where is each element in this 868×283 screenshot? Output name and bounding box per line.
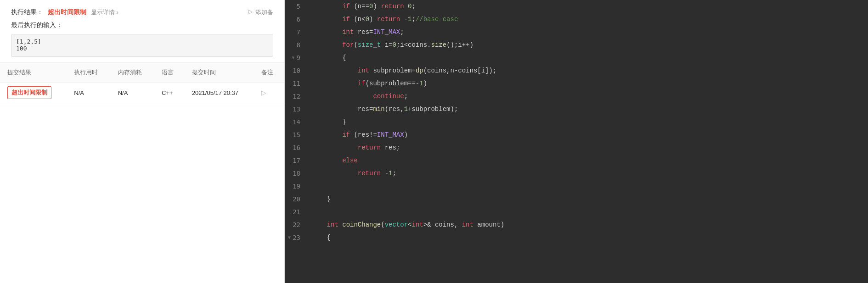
line-num-11: 11 (285, 77, 308, 90)
line-num-15: 15 (285, 128, 308, 141)
line-num-7: 7 (285, 26, 308, 39)
code-editor[interactable]: 5 if (n==0) return 0; 6 if (n<0) return … (285, 0, 868, 283)
code-content-22: int coinChange(vector<int>& coins, int a… (308, 218, 504, 231)
line-num-10: 10 (285, 64, 308, 77)
line-num-17: 17 (285, 154, 308, 167)
line-num-20: 20 (285, 193, 308, 205)
line-num-12: 12 (285, 90, 308, 103)
code-content-5: if (n==0) return 0; (308, 0, 416, 13)
code-content-8: for(size_t i=0;i<coins.size();i++) (308, 39, 473, 51)
code-line-12: 12 continue; (285, 90, 868, 103)
code-line-5: 5 if (n==0) return 0; (285, 0, 868, 13)
code-line-11: 11 if(subproblem==-1) (285, 77, 868, 90)
code-content-16: return res; (308, 141, 400, 154)
code-line-13: 13 res=min(res,1+subproblem); (285, 103, 868, 116)
code-content-20: } (308, 193, 331, 205)
share-icon[interactable]: ▷ (261, 89, 266, 96)
col-header-status: 提交结果 (0, 63, 67, 83)
col-header-lang: 语言 (154, 63, 185, 83)
line-num-21: 21 (285, 205, 308, 218)
code-line-6: 6 if (n<0) return -1;//base case (285, 13, 868, 26)
code-content-6: if (n<0) return -1;//base case (308, 13, 458, 26)
cell-time: N/A (67, 83, 110, 103)
code-content-9: { (308, 51, 346, 64)
code-content-13: res=min(res,1+subproblem); (308, 103, 458, 116)
result-section: 执行结果： 超出时间限制 显示详情 › ▷ 添加备 最后执行的输入： [1,2,… (0, 0, 284, 63)
left-panel: 执行结果： 超出时间限制 显示详情 › ▷ 添加备 最后执行的输入： [1,2,… (0, 0, 285, 283)
last-input-box: [1,2,5]100 (11, 34, 273, 57)
cell-submit-time: 2021/05/17 20:37 (185, 83, 254, 103)
code-content-14: } (308, 116, 346, 128)
cell-status[interactable]: 超出时间限制 (0, 83, 67, 103)
code-line-22: 22 int coinChange(vector<int>& coins, in… (285, 218, 868, 231)
detail-link[interactable]: 显示详情 › (91, 8, 118, 17)
code-line-20: 20 } (285, 193, 868, 205)
status-badge[interactable]: 超出时间限制 (7, 86, 51, 99)
code-content-12: continue; (308, 90, 408, 103)
add-button[interactable]: ▷ 添加备 (248, 8, 273, 17)
col-header-note: 备注 (254, 63, 284, 83)
cell-action[interactable]: ▷ (254, 83, 284, 103)
result-row: 执行结果： 超出时间限制 显示详情 › ▷ 添加备 (11, 8, 273, 17)
col-header-submit-time: 提交时间 (185, 63, 254, 83)
code-line-7: 7 int res=INT_MAX; (285, 26, 868, 39)
submissions-table: 提交结果 执行用时 内存消耗 语言 提交时间 备注 超出时间限制 N/A N/A… (0, 63, 284, 103)
code-content-17: else (308, 154, 358, 167)
table-row: 超出时间限制 N/A N/A C++ 2021/05/17 20:37 ▷ (0, 83, 284, 103)
code-content-18: return -1; (308, 167, 396, 180)
code-line-21: 21 (285, 205, 868, 218)
code-content-11: if(subproblem==-1) (308, 77, 427, 90)
line-num-14: 14 (285, 116, 308, 128)
code-line-17: 17 else (285, 154, 868, 167)
code-line-16: 16 return res; (285, 141, 868, 154)
col-header-memory: 内存消耗 (111, 63, 154, 83)
line-num-6: 6 (285, 13, 308, 26)
result-status: 超出时间限制 (48, 8, 86, 17)
code-content-15: if (res!=INT_MAX) (308, 128, 408, 141)
code-content-10: int subproblem=dp(coins,n-coins[i]); (308, 64, 496, 77)
code-line-19: 19 (285, 180, 868, 193)
code-content-23: { (308, 231, 331, 244)
code-line-18: 18 return -1; (285, 167, 868, 180)
line-num-9: ▼9 (285, 51, 308, 64)
code-line-10: 10 int subproblem=dp(coins,n-coins[i]); (285, 64, 868, 77)
line-num-13: 13 (285, 103, 308, 116)
code-line-15: 15 if (res!=INT_MAX) (285, 128, 868, 141)
line-num-8: 8 (285, 39, 308, 51)
code-editor-panel: 5 if (n==0) return 0; 6 if (n<0) return … (285, 0, 868, 283)
cell-lang: C++ (154, 83, 185, 103)
code-line-9: ▼9 { (285, 51, 868, 64)
table-header-row: 提交结果 执行用时 内存消耗 语言 提交时间 备注 (0, 63, 284, 83)
code-line-23: ▼23 { (285, 231, 868, 244)
line-num-5: 5 (285, 0, 308, 13)
line-num-23: ▼23 (285, 231, 308, 244)
last-input-label: 最后执行的输入： (11, 21, 273, 29)
line-num-16: 16 (285, 141, 308, 154)
line-num-18: 18 (285, 167, 308, 180)
code-line-8: 8 for(size_t i=0;i<coins.size();i++) (285, 39, 868, 51)
code-line-14: 14 } (285, 116, 868, 128)
col-header-time: 执行用时 (67, 63, 110, 83)
submissions-section: 提交结果 执行用时 内存消耗 语言 提交时间 备注 超出时间限制 N/A N/A… (0, 63, 284, 283)
line-num-19: 19 (285, 180, 308, 193)
result-label: 执行结果： (11, 8, 43, 17)
cell-memory: N/A (111, 83, 154, 103)
code-content-7: int res=INT_MAX; (308, 26, 404, 39)
line-num-22: 22 (285, 218, 308, 231)
